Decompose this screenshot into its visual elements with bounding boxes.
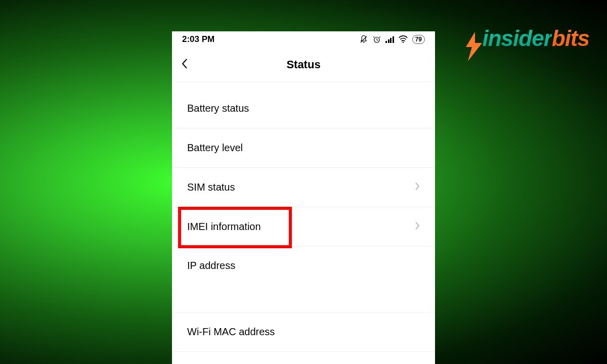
list-item-label: IP address: [187, 260, 235, 271]
list-item-imei-information[interactable]: IMEI information: [172, 207, 435, 247]
chevron-right-icon: [415, 181, 420, 193]
battery-level-badge: 79: [412, 35, 425, 44]
settings-list: Battery status Battery level SIM status …: [172, 82, 435, 352]
notifications-off-icon: [359, 35, 368, 44]
alarm-icon: [372, 35, 381, 44]
list-item-label: SIM status: [187, 181, 235, 193]
signal-icon: [385, 36, 394, 43]
brand-logo: insiderbits: [461, 14, 589, 62]
wifi-icon: [398, 35, 408, 43]
chevron-right-icon: [415, 221, 420, 233]
list-item-label: Battery status: [187, 103, 249, 114]
phone-screen: 2:03 PM: [172, 31, 435, 364]
logo-text-part2: bits: [552, 26, 589, 51]
chevron-left-icon: [181, 58, 188, 70]
back-button[interactable]: [181, 58, 188, 72]
svg-marker-0: [466, 32, 482, 61]
status-icons: 79: [359, 35, 425, 44]
svg-point-3: [402, 42, 404, 43]
logo-text-part1: insider: [482, 26, 551, 51]
list-item-label: IMEI information: [187, 221, 261, 233]
app-header: Status: [172, 48, 435, 82]
list-item-ip-address[interactable]: IP address: [172, 247, 435, 312]
list-item-sim-status[interactable]: SIM status: [172, 168, 435, 207]
page-title: Status: [172, 58, 435, 71]
status-bar: 2:03 PM: [172, 31, 435, 48]
list-item-label: Wi-Fi MAC address: [187, 326, 275, 338]
status-time: 2:03 PM: [182, 34, 214, 44]
list-item-battery-level[interactable]: Battery level: [172, 128, 435, 168]
list-item-label: Battery level: [187, 142, 243, 154]
list-item-wifi-mac-address[interactable]: Wi-Fi MAC address: [172, 312, 435, 352]
list-item-battery-status[interactable]: Battery status: [172, 89, 435, 128]
